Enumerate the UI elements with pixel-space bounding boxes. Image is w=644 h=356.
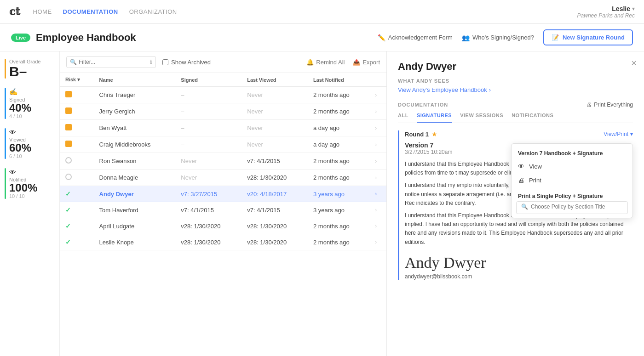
col-name-header: Name [94,73,176,87]
col-viewed-header: Last Viewed [242,73,308,87]
table-toolbar: 🔍 ℹ Show Archived 🔔 Remind All 📤 Export [60,51,386,73]
main-layout: Overall Grade B– ✍ Signed 40% 4 / 10 👁 V… [0,51,644,356]
table-row[interactable]: Chris Traeger – Never 2 months ago › [60,87,386,103]
table-row[interactable]: ✓ Leslie Knope v28: 1/30/2020 v28: 1/30/… [60,234,386,250]
nav-documentation[interactable]: DOCUMENTATION [63,8,118,15]
nav-links: HOME DOCUMENTATION ORGANIZATION [33,8,177,15]
close-panel-button[interactable]: × [631,58,637,68]
star-icon: ★ [431,130,437,138]
new-signature-round-button[interactable]: 📝 New Signature Round [543,29,633,45]
round-label: Round 1 [405,131,429,138]
info-icon: ℹ [150,59,152,65]
doc-section: DOCUMENTATION 🖨 Print Everything ALL SIG… [398,102,633,280]
check-icon: ✓ [65,238,71,246]
notified-stat-value: 100% [9,182,54,193]
table-area: 🔍 ℹ Show Archived 🔔 Remind All 📤 Export [60,51,386,356]
dropdown-search-wrap: 🔍 [516,201,628,214]
panel-person-name: Andy Dwyer [398,61,633,73]
export-button[interactable]: 📤 Export [353,59,380,66]
what-sees-section: WHAT ANDY SEES View Andy's Employee Hand… [398,78,633,93]
check-icon: ✓ [65,206,71,214]
left-sidebar: Overall Grade B– ✍ Signed 40% 4 / 10 👁 V… [0,51,60,356]
table-row[interactable]: Craig Middlebrooks – Never a day ago › [60,136,386,153]
doc-tabs: ALL SIGNATURES VIEW SESSIONS NOTIFICATIO… [398,113,633,123]
circle-icon [65,174,72,180]
print-everything-button[interactable]: 🖨 Print Everything [586,102,633,108]
show-archived-checkbox[interactable] [162,59,168,65]
check-icon: ✓ [65,190,71,198]
table-row[interactable]: ✓ April Ludgate v28: 1/30/2020 v28: 1/30… [60,218,386,234]
view-icon: 👁 [518,163,524,170]
signed-stat-icon: ✍ [9,88,54,96]
table-row-active[interactable]: ✓ Andy Dwyer v7: 3/27/2015 v20: 4/18/201… [60,186,386,202]
table-row[interactable]: Donna Meagle Never v28: 1/30/2020 2 mont… [60,170,386,186]
policy-search-input[interactable] [531,203,623,210]
dropdown-print-item[interactable]: 🖨 Print [512,173,632,187]
filter-input[interactable] [66,56,156,68]
viewed-stat-block: 👁 Viewed 60% 6 / 10 [5,128,54,159]
bell-icon: 🔔 [306,59,314,66]
risk-square-icon [65,124,72,130]
page-title: Employee Handbook [36,32,136,44]
dropdown-title: Version 7 Handbook + Signature [512,147,632,159]
circle-icon [65,157,72,164]
print-item-icon: 🖨 [518,176,524,184]
col-signed-header: Signed [175,73,242,87]
nav-home[interactable]: HOME [33,8,52,15]
chevron-right-icon: › [489,86,491,93]
remind-all-button[interactable]: 🔔 Remind All [306,59,345,66]
dropdown-single-title: Print a Single Policy + Signature [512,189,632,201]
employee-table: Risk ▾ Name Signed Last Viewed Last Noti… [60,73,386,250]
round-block: Round 1 ★ View/Print ▾ Version 7 3/27/20… [398,130,633,280]
notified-stat-block: 👁 Notified 100% 10 / 10 [5,168,54,199]
logo-icon: 𝕔𝕥 [9,6,20,18]
what-sees-title: WHAT ANDY SEES [398,78,633,84]
print-icon: 🖨 [586,102,592,108]
dropdown-search-icon: 🔍 [521,203,528,210]
nav-chevron-icon[interactable]: ▾ [632,6,635,12]
view-handbook-link[interactable]: View Andy's Employee Handbook › [398,86,633,93]
top-nav: 𝕔𝕥 HOME DOCUMENTATION ORGANIZATION Lesli… [0,0,644,24]
col-arrow-header [369,73,386,87]
table-row[interactable]: ✓ Tom Haverford v7: 4/1/2015 v7: 4/1/201… [60,202,386,218]
viewed-stat-icon: 👁 [9,128,54,136]
signature-email: andydwyer@blissbook.com [405,273,633,280]
dropdown-view-item[interactable]: 👁 View [512,159,632,173]
filter-input-wrap: 🔍 ℹ [66,56,156,68]
employee-table-wrap: Risk ▾ Name Signed Last Viewed Last Noti… [60,73,386,356]
signed-stat-block: ✍ Signed 40% 4 / 10 [5,88,54,119]
signed-stat-fraction: 4 / 10 [9,113,54,119]
tab-signatures[interactable]: SIGNATURES [417,113,452,123]
table-row[interactable]: Ron Swanson Never v7: 4/1/2015 2 months … [60,153,386,170]
col-risk-header[interactable]: Risk ▾ [60,73,94,87]
risk-square-icon [65,91,72,97]
live-badge: Live [11,34,30,42]
view-print-button[interactable]: View/Print ▾ [604,131,633,137]
table-row[interactable]: Ben Wyatt – Never a day ago › [60,120,386,136]
overall-grade-block: Overall Grade B– [5,59,54,79]
export-icon: 📤 [353,59,360,66]
dropdown-menu: Version 7 Handbook + Signature 👁 View 🖨 … [511,143,633,218]
tab-view-sessions[interactable]: VIEW SESSIONS [460,113,503,123]
notified-stat-fraction: 10 / 10 [9,193,54,199]
table-row[interactable]: Jerry Gergich – Never 2 months ago › [60,103,386,120]
signature-round-icon: 📝 [552,34,559,41]
viewed-stat-value: 60% [9,142,54,153]
show-archived-label[interactable]: Show Archived [162,59,211,66]
signature-image: Andy Dwyer [405,254,633,271]
nav-user-name: Leslie [612,5,630,12]
risk-square-icon [65,107,72,114]
acknowledgement-form-button[interactable]: ✏️ Acknowledgement Form [378,34,453,41]
header-actions: ✏️ Acknowledgement Form 👥 Who's Signing/… [378,29,633,45]
nav-user-org: Pawnee Parks and Rec [577,12,635,19]
nav-user: Leslie ▾ Pawnee Parks and Rec [577,5,635,19]
tab-notifications[interactable]: NOTIFICATIONS [512,113,553,123]
tab-all[interactable]: ALL [398,113,408,123]
nav-organization[interactable]: ORGANIZATION [129,8,177,15]
viewed-stat-fraction: 6 / 10 [9,153,54,159]
search-icon: 🔍 [70,59,77,65]
whos-signing-button[interactable]: 👥 Who's Signing/Signed? [462,34,534,41]
form-icon: ✏️ [378,34,385,41]
notified-stat-icon: 👁 [9,168,54,176]
col-notified-header: Last Notified [308,73,369,87]
